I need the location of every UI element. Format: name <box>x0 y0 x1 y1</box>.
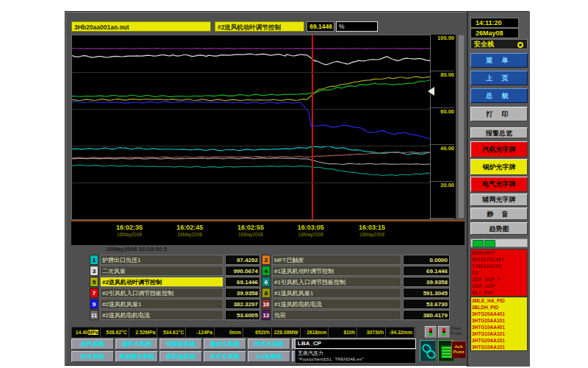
alarm-tag[interactable]: 3BLDH_PID <box>471 304 527 311</box>
alarm-tag[interactable]: 3HTG20AA401 <box>471 311 527 317</box>
toolbar-button-抽汽系统[interactable]: 抽汽系统 <box>71 339 114 350</box>
trend-line-damper-ctrl-2 <box>72 165 430 176</box>
value-marker-triangle <box>428 87 434 96</box>
legend-chip-12[interactable]: 12 <box>262 310 270 320</box>
alarm-list-critical: B99018HTN01017S5.4F1T18E12ACHTO21IDF_GZP… <box>470 249 528 297</box>
ack-point-button[interactable]: AckPoint <box>451 341 466 358</box>
alarm-tag[interactable]: 3MLE_HA_PID <box>471 297 527 304</box>
alarm-tag[interactable]: 3HTG20AA101 <box>471 337 527 344</box>
gridline <box>72 109 430 110</box>
legend-chip-9[interactable]: 9 <box>90 299 98 309</box>
legend-chip-2[interactable]: 2 <box>262 255 270 265</box>
toolbar-button-闭式水系统[interactable]: 闭式水系统 <box>248 339 290 350</box>
alarm-reset-icon[interactable] <box>484 240 495 247</box>
alarm-tag[interactable]: MLF_PAF <box>471 289 527 296</box>
valve-gauge-icon <box>442 328 445 336</box>
trend-cursor-line[interactable] <box>312 35 313 219</box>
legend-label[interactable]: 负荷 <box>272 310 401 320</box>
legend-value: 97.4292 <box>225 255 260 265</box>
legend-label[interactable]: #1送风机电机电流 <box>272 299 401 309</box>
legend-label[interactable]: #1引风机入口调节挡板控制 <box>272 277 401 287</box>
alarm-tag[interactable]: O2 <box>471 269 527 276</box>
alarm-tag[interactable]: 3HTG10AA401 <box>471 324 527 330</box>
alarm-ack-icon[interactable] <box>473 240 484 247</box>
alarm-overview-button[interactable]: 报警总览 <box>470 127 528 138</box>
status-value: -124Pa <box>186 328 215 337</box>
overview-button[interactable]: 总 貌 <box>470 88 528 103</box>
link-button[interactable] <box>420 340 436 361</box>
chart-scrollbar[interactable] <box>458 35 465 219</box>
toolbar-button-循环水系统[interactable]: 循环水系统 <box>115 339 158 350</box>
toolbar-button-EH油系统[interactable]: EH油系统 <box>248 351 290 362</box>
legend-chip-5[interactable]: 5 <box>90 277 98 287</box>
alarm-tag[interactable]: T18E12ACHT <box>471 263 527 269</box>
alarm-list-warning: 3MLE_HA_PID3BLDH_PID3HTG20AA4013HTG20AA1… <box>470 297 528 351</box>
selected-point-unit: % <box>336 21 378 32</box>
dcs-trend-window: 3Hb20aa001ao.out #2送风机动叶调节控制 69.1446 % 1… <box>65 11 529 366</box>
legend-chip-7[interactable]: 7 <box>90 288 98 298</box>
mute-button[interactable]: 静 音 <box>470 208 528 220</box>
legend-chip-4[interactable]: 4 <box>262 266 270 276</box>
legend-label[interactable]: 二次风量 <box>100 266 223 276</box>
toolbar-button-润滑油系统[interactable]: 润滑油系统 <box>159 339 202 350</box>
trend-line-fan1-blade-ctrl <box>72 80 430 97</box>
x-tick: 16:02:5516May2008 <box>225 224 276 237</box>
trend-plot[interactable] <box>71 35 431 220</box>
print-button[interactable]: 打 印 <box>470 107 528 121</box>
legend-label[interactable]: #1送风机风量1 <box>272 288 401 298</box>
legend-chip-10[interactable]: 10 <box>262 299 270 309</box>
legend-label[interactable]: 炉膛出口负压1 <box>100 255 223 265</box>
gridline <box>72 146 430 146</box>
annunciator-button-辅网光字牌[interactable]: 辅网光字牌 <box>470 194 528 206</box>
toolbar-button-开式水系统[interactable]: 开式水系统 <box>204 351 246 362</box>
trend-page-button[interactable]: 趋势图 <box>470 222 528 235</box>
legend-label[interactable]: #2送风机动叶调节控制 <box>100 277 223 287</box>
sidebar: 14:11:20 26May08 安全栈 菜 单 上 页 总 貌 打 印 报警总… <box>467 12 530 367</box>
legend-chip-3[interactable]: 3 <box>90 266 98 276</box>
annunciator-button-电气光字牌[interactable]: 电气光字牌 <box>470 177 528 192</box>
y-tick: 100.00 <box>429 34 454 41</box>
menu-button[interactable]: 菜 单 <box>470 53 528 68</box>
trend-line-fan2-blade-ctrl <box>72 77 430 101</box>
legend-chip-6[interactable]: 6 <box>262 277 270 287</box>
legend-label[interactable]: #2送风机风量1 <box>100 299 223 309</box>
alarm-tag[interactable]: 1IDF_GZP_F <box>471 276 527 283</box>
trend-line-motor-current-2 <box>72 158 430 165</box>
toolbar-button-凝结水系统[interactable]: 凝结水系统 <box>204 339 246 350</box>
point-id-field[interactable]: LBA_CP <box>295 339 416 349</box>
safety-status-icon <box>517 42 523 48</box>
alarm-tag[interactable]: 3HTG10AA101 <box>471 330 527 337</box>
valve-indicator-button-1[interactable] <box>425 326 437 338</box>
legend-label[interactable]: MFT已触发 <box>272 255 401 265</box>
x-tick: 16:02:4516May2008 <box>164 224 215 237</box>
annunciator-button-锅炉光字牌[interactable]: 锅炉光字牌 <box>470 159 528 175</box>
legend-chip-1[interactable]: 1 <box>90 255 98 265</box>
annunciator-button-汽机光字牌[interactable]: 汽机光字牌 <box>470 141 528 158</box>
alarm-tag[interactable]: 1IDF_GZP <box>471 283 527 289</box>
legend-label[interactable]: #1送风机动叶调节控制 <box>272 266 401 276</box>
selected-point-value: 69.1446 <box>306 21 334 32</box>
toolbar-button-高加疏水系统[interactable]: 高加疏水系统 <box>115 351 158 362</box>
legend-chip-8[interactable]: 8 <box>262 288 270 298</box>
trend-tag-field[interactable]: 3Hb20aa001ao.out <box>71 21 211 32</box>
clock-date: 26May08 <box>470 28 519 38</box>
page-up-button[interactable]: 上 页 <box>470 71 528 85</box>
status-bar: 14.40MPa538.62°C2.52MPa534.61°C-124Pa0mm… <box>71 327 415 338</box>
status-value: 2618mm <box>301 328 329 337</box>
valve-indicator-button-2[interactable] <box>438 326 450 338</box>
alarm-tag[interactable]: N01017S5.4F1 <box>471 256 527 263</box>
safety-level-indicator[interactable]: 安全栈 <box>470 39 528 49</box>
alarm-tag[interactable]: B99018HT <box>471 250 527 256</box>
alarm-tag[interactable]: 3HTG20AA101 <box>471 317 527 324</box>
alarm-tag[interactable]: 3HTG10AA101 <box>471 344 527 350</box>
legend-chip-11[interactable]: 11 <box>90 310 98 320</box>
toolbar-button-给水系统[interactable]: 给水系统 <box>71 351 114 362</box>
alarm-list-header <box>470 238 528 247</box>
legend-value: 69.1446 <box>403 266 450 276</box>
legend-label[interactable]: #2引风机入口调节挡板控制 <box>100 288 223 298</box>
legend-value: 69.1446 <box>225 277 260 287</box>
toolbar-button-密封油系统[interactable]: 密封油系统 <box>159 351 202 362</box>
legend-label[interactable]: #2送风机电机电流 <box>100 310 223 320</box>
status-value: 81t/h <box>329 328 357 337</box>
trend-line-fan2-air-flow <box>72 102 430 139</box>
